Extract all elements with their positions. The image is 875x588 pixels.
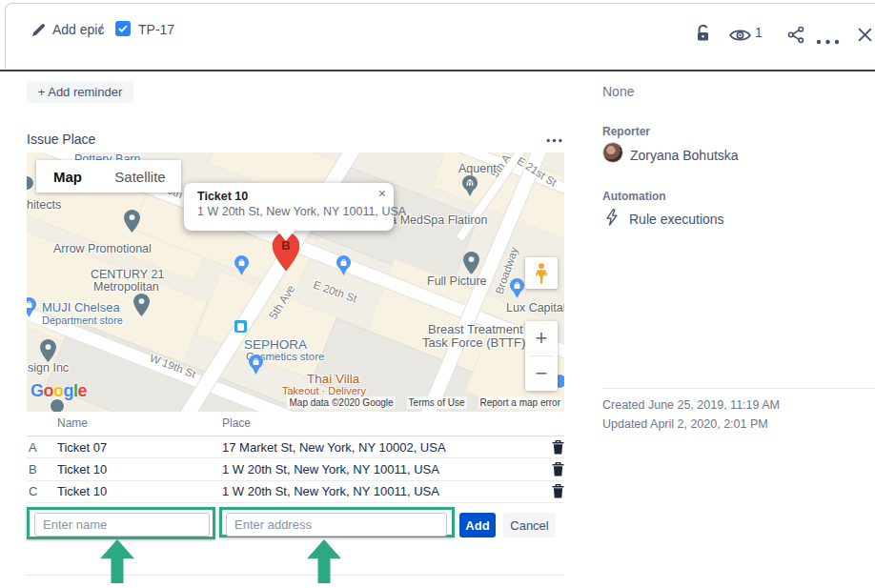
map-label: hitects [27, 198, 61, 212]
row-name: Ticket 07 [57, 440, 222, 455]
map-poi-pin-icon[interactable] [133, 294, 150, 320]
map-poi-pin-icon[interactable] [40, 339, 56, 366]
google-logo-letter: e [78, 381, 88, 400]
automation-label: Automation [602, 190, 666, 203]
terms-of-use-link[interactable]: Terms of Use [407, 396, 467, 409]
table-row: A Ticket 07 17 Market St, New York, NY 1… [27, 436, 564, 458]
field-value-none[interactable]: None [602, 84, 634, 99]
places-table-header: Name Place [27, 416, 564, 436]
report-map-error-link[interactable]: Report a map error [478, 396, 562, 409]
breadcrumb-add-epic[interactable]: Add epic [52, 22, 104, 37]
add-button[interactable]: Add [459, 513, 496, 537]
table-row: C Ticket 10 1 W 20th St, New York, NY 10… [27, 481, 564, 503]
issue-dialog: Add epic / TP-17 1 + Add reminder Issue … [0, 0, 875, 588]
map-label: Takeout · Delivery [282, 385, 366, 396]
map-type-map-button[interactable]: Map [36, 160, 99, 193]
info-window-address: 1 W 20th St, New York, NY 10011, USA [197, 205, 406, 218]
reporter-label: Reporter [602, 125, 650, 138]
subway-station-icon[interactable] [234, 320, 247, 333]
google-logo-letter: g [64, 381, 74, 400]
reporter-name[interactable]: Zoryana Bohutska [630, 148, 739, 163]
places-table: Name Place A Ticket 07 17 Market St, New… [27, 416, 564, 503]
zoom-control: + − [525, 321, 558, 391]
row-name: Ticket 10 [57, 484, 222, 498]
delete-place-icon[interactable] [552, 484, 564, 498]
google-logo-letter: o [44, 381, 54, 400]
row-place: 1 W 20th St, New York, NY 10011, USA [222, 462, 545, 476]
zoom-out-button[interactable]: − [525, 356, 558, 391]
column-header-place: Place [222, 416, 545, 430]
reporter-avatar [602, 142, 623, 163]
share-icon[interactable] [787, 26, 805, 48]
google-logo[interactable]: Google [31, 381, 87, 401]
column-header-name: Name [57, 416, 222, 430]
table-row: B Ticket 10 1 W 20th St, New York, NY 10… [27, 458, 564, 480]
unlock-icon[interactable] [694, 24, 712, 47]
task-type-icon[interactable] [115, 21, 131, 36]
annotation-arrow-name [100, 539, 134, 583]
shopping-pin-icon[interactable] [336, 255, 351, 279]
section-divider [27, 575, 564, 576]
cancel-button[interactable]: Cancel [503, 513, 556, 537]
updated-timestamp: Updated April 2, 2020, 2:01 PM [602, 417, 768, 431]
zoom-in-button[interactable]: + [525, 321, 558, 355]
shopping-pin-icon[interactable] [234, 255, 249, 279]
header-divider [0, 70, 875, 71]
delete-place-icon[interactable] [552, 462, 564, 476]
info-window-close-icon[interactable]: × [378, 187, 386, 200]
map-data-attribution: Map data ©2020 Google [287, 396, 395, 409]
created-timestamp: Created June 25, 2019, 11:19 AM [602, 398, 780, 412]
google-map[interactable]: W 20th E 20th St W 19th St E 21st St 5th… [27, 152, 564, 412]
pencil-icon [31, 23, 46, 41]
map-label: Task Force (BTTF) [422, 335, 525, 350]
bank-pin-icon[interactable] [462, 175, 478, 200]
map-label: Arrow Promotional [53, 242, 152, 255]
row-letter: B [27, 462, 57, 476]
map-label: Aquent [458, 162, 497, 175]
street-view-pegman-button[interactable] [525, 257, 558, 289]
breadcrumb-separator: / [99, 22, 103, 37]
rule-executions-link[interactable]: Rule executions [629, 212, 724, 227]
street-label: E 20th St [312, 279, 358, 305]
row-letter: A [27, 440, 57, 455]
map-poi-pin-icon[interactable] [463, 252, 479, 278]
map-attribution: Map data ©2020 Google Terms of Use Repor… [287, 396, 562, 409]
issue-place-menu-icon[interactable] [546, 130, 565, 141]
info-window-title: Ticket 10 [197, 190, 248, 203]
shopping-pin-icon[interactable] [27, 297, 36, 321]
map-label: MUJI Chelsea [42, 300, 120, 314]
row-place: 17 Market St, New York, NY 10002, USA [222, 440, 545, 455]
map-label: SEPHORA [244, 337, 307, 352]
add-reminder-button[interactable]: + Add reminder [27, 81, 133, 103]
shopping-pin-icon[interactable] [249, 355, 263, 378]
row-place: 1 W 20th St, New York, NY 10011, USA [222, 484, 545, 498]
map-label: Metropolitan [93, 280, 159, 294]
lightning-bolt-icon [605, 209, 619, 230]
map-info-window: Ticket 10 1 W 20th St, New York, NY 1001… [184, 183, 394, 231]
map-label: Lux Capital [506, 301, 564, 314]
address-input[interactable] [226, 513, 447, 537]
map-label: CENTURY 21 [91, 268, 164, 281]
info-window-pointer [277, 231, 295, 241]
map-label: Breast Treatment [428, 322, 523, 336]
close-icon[interactable] [857, 27, 873, 47]
map-type-control: Map Satellite [36, 160, 181, 193]
google-logo-letter: o [53, 381, 64, 400]
map-type-satellite-button[interactable]: Satellite [99, 160, 181, 193]
issue-place-title: Issue Place [27, 132, 95, 147]
more-actions-icon[interactable] [816, 31, 840, 49]
google-logo-letter: G [31, 381, 44, 400]
annotation-arrow-address [307, 539, 341, 583]
sidebar-divider [602, 388, 875, 389]
delete-place-icon[interactable] [552, 440, 564, 455]
map-label: Thai Villa [307, 372, 359, 386]
map-poi-pin-icon[interactable] [124, 210, 140, 236]
row-letter: C [27, 484, 57, 498]
shopping-pin-icon[interactable] [510, 278, 524, 302]
name-input[interactable] [34, 513, 210, 537]
breadcrumb-issue-key[interactable]: TP-17 [138, 22, 174, 37]
row-name: Ticket 10 [57, 462, 222, 476]
map-label: Department store [42, 314, 123, 326]
watch-eye-icon[interactable] [729, 28, 751, 47]
watch-count[interactable]: 1 [755, 25, 763, 40]
